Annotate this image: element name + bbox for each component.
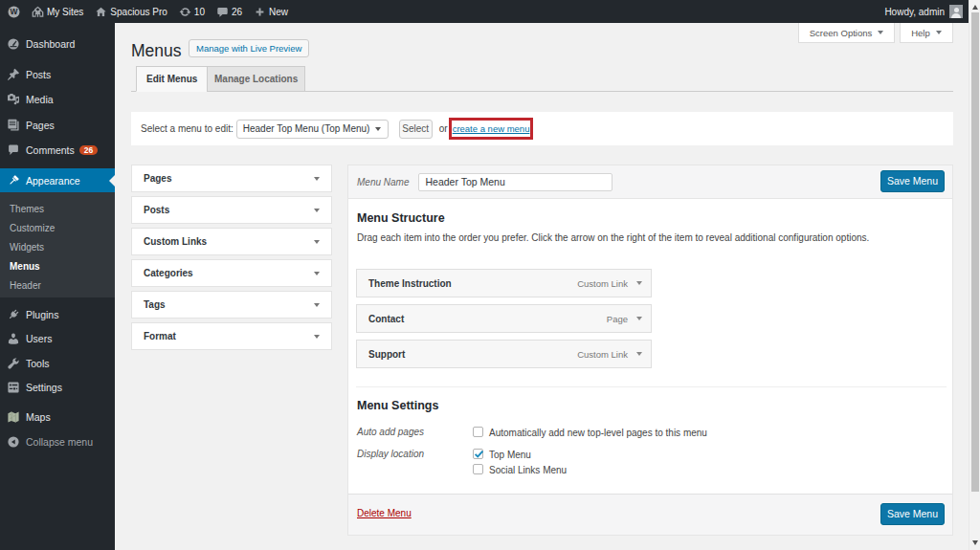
submenu-item-menus[interactable]: Menus xyxy=(0,257,115,276)
menu-item-type: Custom Link xyxy=(577,278,628,289)
sidebar-item-pages[interactable]: Pages xyxy=(0,113,115,138)
menu-item-label: Contact xyxy=(368,314,404,324)
sidebar-item-settings[interactable]: Settings xyxy=(0,375,115,400)
scrollbar-up-arrow-icon[interactable] xyxy=(972,5,978,10)
sidebar-item-appearance[interactable]: Appearance xyxy=(0,168,115,192)
save-menu-button-bottom[interactable]: Save Menu xyxy=(880,503,945,525)
accordion-section-posts[interactable]: Posts xyxy=(131,196,332,224)
plugins-icon xyxy=(7,308,20,321)
sidebar-item-label: Plugins xyxy=(26,309,58,320)
menu-item-toggle-icon[interactable] xyxy=(636,281,642,285)
wordpress-admin-screen: W My Sites Spacious Pro 10 26 xyxy=(0,0,980,550)
appearance-brush-icon xyxy=(7,174,20,187)
accordion-toggle-icon[interactable] xyxy=(314,240,320,244)
menu-select-dropdown[interactable]: Header Top Menu (Top Menu) xyxy=(236,120,389,139)
accordion-section-format[interactable]: Format xyxy=(131,322,332,350)
sidebar-item-maps[interactable]: Maps xyxy=(0,405,115,429)
menu-item-toggle-icon[interactable] xyxy=(636,317,642,320)
auto-add-pages-checkbox[interactable] xyxy=(473,427,483,437)
accordion-toggle-icon[interactable] xyxy=(314,335,320,339)
sidebar-item-label: Appearance xyxy=(26,175,80,187)
submenu-item-widgets[interactable]: Widgets xyxy=(0,238,115,257)
users-icon xyxy=(7,332,20,345)
new-menu[interactable]: New xyxy=(248,0,294,23)
create-new-menu-link[interactable]: create a new menu xyxy=(453,123,530,134)
menu-item-type: Page xyxy=(607,314,628,324)
panel-footer: Delete Menu Save Menu xyxy=(348,494,952,535)
accordion-title: Tags xyxy=(144,299,166,310)
menu-item-label: Support xyxy=(368,349,405,360)
page-title: Menus xyxy=(131,41,182,61)
submenu-item-customize[interactable]: Customize xyxy=(0,219,115,238)
help-label: Help xyxy=(911,28,930,38)
accordion-toggle-icon[interactable] xyxy=(314,177,320,181)
menu-settings-title: Menu Settings xyxy=(357,399,438,412)
accordion-toggle-icon[interactable] xyxy=(314,209,320,212)
auto-add-pages-label: Auto add pages xyxy=(357,427,424,437)
comments-bubble-icon xyxy=(216,6,229,18)
menu-item-support[interactable]: Support Custom Link xyxy=(356,340,652,368)
sidebar-item-label: Tools xyxy=(26,358,50,369)
sidebar-item-label: Users xyxy=(26,333,52,344)
manage-with-live-preview-button[interactable]: Manage with Live Preview xyxy=(189,39,309,57)
sidebar-item-label: Posts xyxy=(26,69,51,80)
help-button[interactable]: Help xyxy=(900,23,953,43)
accordion-toggle-icon[interactable] xyxy=(314,272,320,275)
accordion-title: Posts xyxy=(144,205,169,215)
delete-menu-link[interactable]: Delete Menu xyxy=(357,508,412,518)
sidebar-item-tools[interactable]: Tools xyxy=(0,351,115,376)
menu-name-label: Menu Name xyxy=(357,177,409,187)
pages-icon xyxy=(7,119,20,132)
content-area: Screen Options Help Menus Manage with Li… xyxy=(115,23,969,550)
top-menu-checkbox[interactable] xyxy=(473,449,483,459)
menu-item-theme-instruction[interactable]: Theme Instruction Custom Link xyxy=(356,269,652,297)
vertical-scrollbar[interactable] xyxy=(969,0,980,550)
scrollbar-thumb[interactable] xyxy=(971,12,979,492)
sidebar-item-label: Pages xyxy=(26,120,55,131)
screen-options-button[interactable]: Screen Options xyxy=(798,23,895,43)
auto-add-pages-option-label: Automatically add new top-level pages to… xyxy=(489,428,707,438)
save-menu-button-top[interactable]: Save Menu xyxy=(880,170,945,192)
accordion-toggle-icon[interactable] xyxy=(314,303,320,307)
scrollbar-down-arrow-icon[interactable] xyxy=(972,540,978,545)
wordpress-logo-menu[interactable]: W xyxy=(0,0,26,23)
tab-manage-locations[interactable]: Manage Locations xyxy=(207,66,305,92)
accordion-section-custom-links[interactable]: Custom Links xyxy=(131,228,332,255)
sidebar-item-posts[interactable]: Posts xyxy=(0,62,115,87)
accordion-section-tags[interactable]: Tags xyxy=(131,291,332,319)
plus-icon xyxy=(254,6,266,18)
my-sites-icon xyxy=(32,6,44,18)
accordion-section-categories[interactable]: Categories xyxy=(131,259,332,287)
menu-item-contact[interactable]: Contact Page xyxy=(356,304,652,333)
site-menu[interactable]: Spacious Pro xyxy=(89,0,172,23)
sidebar-item-media[interactable]: Media xyxy=(0,87,115,112)
select-button[interactable]: Select xyxy=(399,120,433,139)
select-menu-label: Select a menu to edit: xyxy=(141,123,234,134)
sidebar-collapse-menu[interactable]: Collapse menu xyxy=(0,429,115,454)
admin-sidebar: Dashboard Posts Media Pages Comments 2 xyxy=(0,23,115,550)
dashboard-icon xyxy=(7,37,20,51)
site-name-label: Spacious Pro xyxy=(110,7,167,17)
comments-menu[interactable]: 26 xyxy=(211,0,248,23)
appearance-submenu: Themes Customize Widgets Menus Header xyxy=(0,192,115,297)
sidebar-item-label: Media xyxy=(26,94,54,105)
menu-name-input[interactable] xyxy=(418,173,612,191)
menu-item-toggle-icon[interactable] xyxy=(636,352,642,356)
submenu-item-header[interactable]: Header xyxy=(0,276,115,296)
sidebar-item-users[interactable]: Users xyxy=(0,326,115,351)
updates-menu[interactable]: 10 xyxy=(173,0,211,23)
sidebar-item-plugins[interactable]: Plugins xyxy=(0,302,115,327)
my-sites-menu[interactable]: My Sites xyxy=(26,0,89,23)
menu-editor-panel: Menu Name Save Menu Menu Structure Drag … xyxy=(347,165,953,536)
user-avatar[interactable] xyxy=(949,5,963,18)
submenu-item-themes[interactable]: Themes xyxy=(0,200,115,219)
collapse-arrow-icon xyxy=(7,435,20,449)
menu-item-type: Custom Link xyxy=(577,349,628,360)
social-links-menu-checkbox[interactable] xyxy=(473,464,483,474)
sidebar-item-dashboard[interactable]: Dashboard xyxy=(0,32,115,56)
tab-edit-menus[interactable]: Edit Menus xyxy=(136,66,208,92)
accordion-section-pages[interactable]: Pages xyxy=(131,165,332,192)
sidebar-item-comments[interactable]: Comments 26 xyxy=(0,138,115,163)
howdy-admin-label[interactable]: Howdy, admin xyxy=(884,7,945,17)
maps-icon xyxy=(7,410,20,424)
